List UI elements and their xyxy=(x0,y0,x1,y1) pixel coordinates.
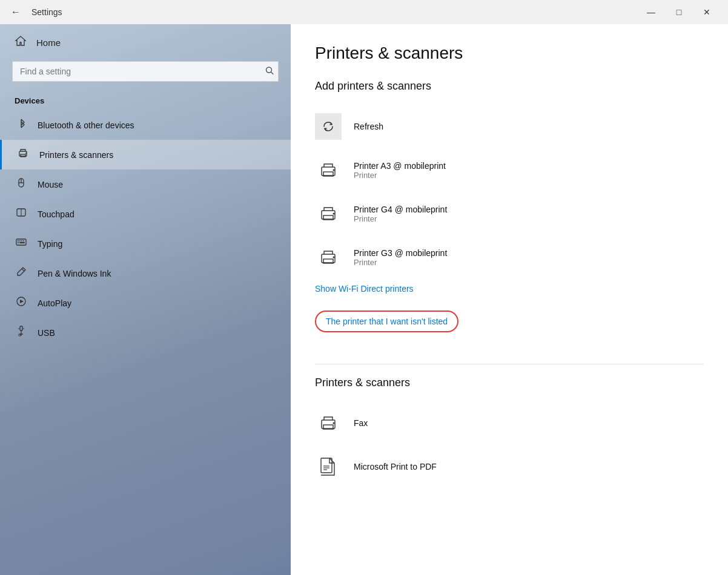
printer-g3-type: Printer xyxy=(354,258,447,267)
sidebar-search-container xyxy=(12,61,279,82)
main-layout: Home Devices Bluetoo xyxy=(0,24,728,575)
usb-icon xyxy=(15,325,28,340)
autoplay-icon xyxy=(15,295,28,310)
pen-icon xyxy=(15,266,28,281)
not-listed-container: The printer that I want isn't listed xyxy=(315,301,704,347)
pdf-printer-name: Microsoft Print to PDF xyxy=(354,462,437,472)
printer-a3-type: Printer xyxy=(354,171,446,180)
wifi-direct-link[interactable]: Show Wi-Fi Direct printers xyxy=(315,284,704,294)
svg-rect-20 xyxy=(20,326,22,330)
printer-g4-item[interactable]: Printer G4 @ mobileprint Printer xyxy=(315,192,704,235)
maximize-button[interactable]: □ xyxy=(665,0,693,24)
touchpad-icon xyxy=(15,206,28,222)
svg-point-4 xyxy=(25,153,27,154)
bluetooth-icon xyxy=(15,117,28,133)
printer-a3-icon xyxy=(315,157,342,183)
sidebar-item-home[interactable]: Home xyxy=(0,24,291,61)
search-input[interactable] xyxy=(12,61,279,82)
page-title: Printers & scanners xyxy=(315,44,704,63)
refresh-item[interactable]: Refresh xyxy=(315,105,704,148)
sidebar-item-bluetooth[interactable]: Bluetooth & other devices xyxy=(0,110,291,140)
installed-section-title: Printers & scanners xyxy=(315,376,704,389)
sidebar-item-touchpad[interactable]: Touchpad xyxy=(0,199,291,229)
window-controls: — □ ✕ xyxy=(637,0,721,24)
svg-rect-21 xyxy=(19,334,21,336)
printer-g3-info: Printer G3 @ mobileprint Printer xyxy=(354,248,447,267)
printer-g3-icon xyxy=(315,244,342,271)
svg-rect-36 xyxy=(321,458,332,473)
sidebar-item-usb[interactable]: USB xyxy=(0,318,291,347)
fax-item[interactable]: Fax xyxy=(315,401,704,445)
printer-icon-sidebar xyxy=(16,147,30,162)
back-button[interactable]: ← xyxy=(7,4,24,20)
svg-line-17 xyxy=(22,269,24,271)
svg-point-32 xyxy=(333,257,335,258)
close-button[interactable]: ✕ xyxy=(693,0,721,24)
sidebar-pen-label: Pen & Windows Ink xyxy=(38,269,111,278)
pdf-printer-icon xyxy=(315,453,342,480)
not-listed-link[interactable]: The printer that I want isn't listed xyxy=(315,310,458,332)
printer-g4-info: Printer G4 @ mobileprint Printer xyxy=(354,205,447,223)
titlebar: ← Settings — □ ✕ xyxy=(0,0,728,24)
sidebar-bluetooth-label: Bluetooth & other devices xyxy=(38,120,134,130)
sidebar-typing-label: Typing xyxy=(38,239,62,249)
svg-line-1 xyxy=(271,72,274,74)
sidebar-mouse-label: Mouse xyxy=(38,180,63,189)
sidebar-section-devices: Devices xyxy=(0,91,291,110)
printer-a3-name: Printer A3 @ mobileprint xyxy=(354,161,446,171)
sidebar-home-label: Home xyxy=(36,38,61,48)
printer-g4-icon xyxy=(315,200,342,227)
pdf-printer-info: Microsoft Print to PDF xyxy=(354,462,437,472)
sidebar-item-pen[interactable]: Pen & Windows Ink xyxy=(0,258,291,288)
refresh-icon xyxy=(315,113,342,140)
minimize-button[interactable]: — xyxy=(637,0,665,24)
sidebar-item-autoplay[interactable]: AutoPlay xyxy=(0,288,291,318)
sidebar-item-printers[interactable]: Printers & scanners xyxy=(0,140,291,169)
sidebar-item-typing[interactable]: Typing xyxy=(0,229,291,258)
refresh-label: Refresh xyxy=(354,122,383,131)
svg-point-35 xyxy=(333,422,335,424)
app-title: Settings xyxy=(31,7,637,17)
sidebar-autoplay-label: AutoPlay xyxy=(38,298,71,308)
sidebar-printers-label: Printers & scanners xyxy=(39,150,113,160)
search-icon-button[interactable] xyxy=(265,67,274,77)
refresh-info: Refresh xyxy=(354,122,383,131)
sidebar: Home Devices Bluetoo xyxy=(0,24,291,575)
fax-info: Fax xyxy=(354,418,368,428)
svg-point-29 xyxy=(333,213,335,215)
svg-rect-3 xyxy=(21,154,25,157)
section-divider xyxy=(315,364,704,364)
sidebar-touchpad-label: Touchpad xyxy=(38,209,74,219)
printer-a3-info: Printer A3 @ mobileprint Printer xyxy=(354,161,446,180)
sidebar-item-mouse[interactable]: Mouse xyxy=(0,169,291,199)
home-icon xyxy=(15,35,27,50)
sidebar-usb-label: USB xyxy=(38,328,55,338)
content-area: Printers & scanners Add printers & scann… xyxy=(291,24,728,575)
add-section-title: Add printers & scanners xyxy=(315,80,704,93)
printer-g4-name: Printer G4 @ mobileprint xyxy=(354,205,447,214)
fax-icon xyxy=(315,410,342,436)
pdf-printer-item[interactable]: Microsoft Print to PDF xyxy=(315,445,704,488)
svg-marker-19 xyxy=(20,300,24,303)
keyboard-icon xyxy=(15,236,28,251)
printer-a3-item[interactable]: Printer A3 @ mobileprint Printer xyxy=(315,148,704,192)
mouse-icon xyxy=(15,177,28,192)
svg-point-26 xyxy=(333,169,335,171)
fax-name: Fax xyxy=(354,418,368,428)
printer-g4-type: Printer xyxy=(354,214,447,223)
printer-g3-name: Printer G3 @ mobileprint xyxy=(354,248,447,258)
printer-g3-item[interactable]: Printer G3 @ mobileprint Printer xyxy=(315,235,704,279)
